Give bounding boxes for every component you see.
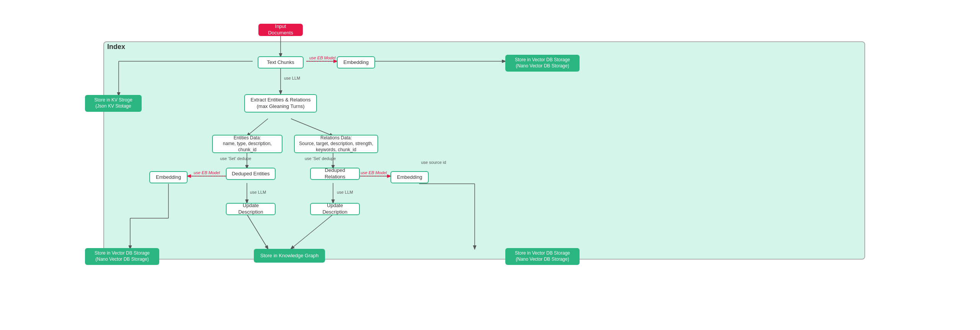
use-source-id-label: use source id xyxy=(421,160,446,165)
use-eb-model-label-1: use EB Model xyxy=(309,56,335,60)
entities-data-node: Entities Data: name, type, description, … xyxy=(212,135,283,153)
update-desc-left-node: Update Description xyxy=(226,203,276,215)
input-documents-node: Input Documents xyxy=(258,24,303,36)
use-set-dedupe-label-2: use 'Set' dedupe xyxy=(305,156,336,161)
deduped-entities-node: Deduped Entities xyxy=(226,168,276,180)
update-desc-right-node: Update Description xyxy=(310,203,360,215)
diagram-container: Index xyxy=(0,0,980,330)
store-vector-top-right-node: Store in Vector DB Storage (Nano Vector … xyxy=(505,55,580,72)
relations-data-node: Relations Data: Source, target, descript… xyxy=(294,135,378,153)
embedding-left-node: Embedding xyxy=(149,171,188,183)
use-eb-model-label-3: use EB Model xyxy=(361,170,387,175)
embedding-right-node: Embedding xyxy=(390,171,429,183)
use-eb-model-label-2: use EB Model xyxy=(194,170,220,175)
use-llm-label-2: use LLM xyxy=(250,190,266,194)
extract-entities-node: Extract Entities & Relations (max Gleani… xyxy=(244,94,317,113)
embedding-top-node: Embedding xyxy=(337,56,375,69)
store-vector-bottom-right-node: Store in Vector DB Storage (Nano Vector … xyxy=(505,248,580,265)
deduped-relations-node: Deduped Relations xyxy=(310,168,360,180)
store-vector-bottom-left-node: Store in Vector DB Storage (Nano Vector … xyxy=(85,248,159,265)
use-set-dedupe-label-1: use 'Set' dedupe xyxy=(220,156,251,161)
use-llm-label-1: use LLM xyxy=(284,76,300,80)
store-knowledge-graph-node: Store in Knowledge Graph xyxy=(254,249,325,263)
index-label: Index xyxy=(107,43,125,51)
text-chunks-node: Text Chunks xyxy=(258,56,304,69)
use-llm-label-3: use LLM xyxy=(337,190,353,194)
store-kv-node: Store in KV Stroge (Json KV Stotage xyxy=(85,95,142,112)
